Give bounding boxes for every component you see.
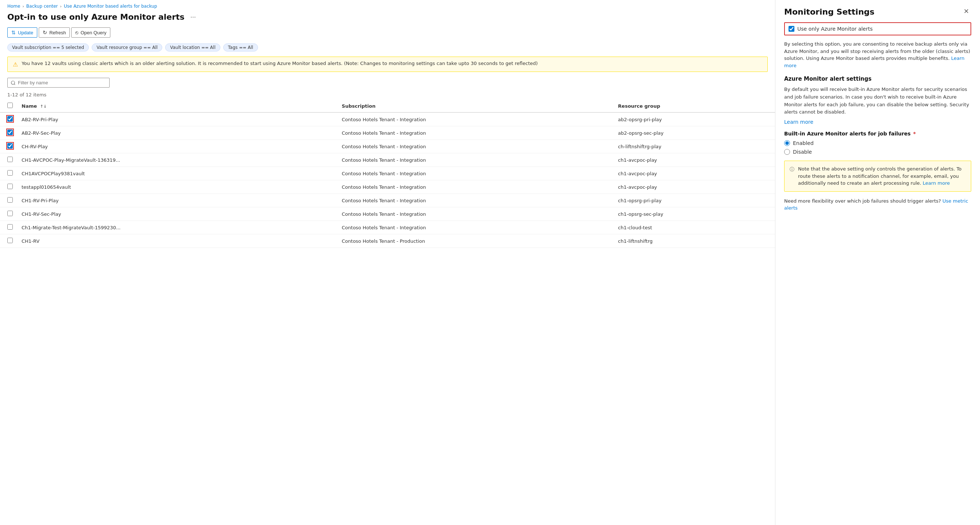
row-checkbox-0[interactable] (7, 116, 13, 122)
info-box-learn-more[interactable]: Learn more (923, 180, 950, 186)
row-name: Ch1-Migrate-Test-MigrateVault-1599230... (17, 221, 337, 235)
breadcrumb-home[interactable]: Home (7, 4, 20, 9)
azure-monitor-section-heading: Azure Monitor alert settings (784, 76, 971, 82)
row-checkbox-cell (0, 167, 17, 180)
table-row: CH1-RVContoso Hotels Tenant - Production… (0, 235, 775, 248)
table-row: testappl010654vaultContoso Hotels Tenant… (0, 180, 775, 194)
flexibility-label: Need more flexibility over which job fai… (784, 198, 941, 204)
breadcrumb-sep-2: › (60, 4, 61, 9)
th-subscription: Subscription (337, 100, 614, 113)
radio-group: Enabled Disable (784, 140, 971, 155)
row-name: CH1AVCPOCPlay9381vault (17, 167, 337, 180)
monitor-description: By default you will receive built-in Azu… (784, 86, 971, 116)
table-row: AB2-RV-Pri-PlayContoso Hotels Tenant - I… (0, 113, 775, 126)
row-resource-group: ch1-opsrg-sec-play (614, 207, 775, 221)
right-panel: Monitoring Settings ✕ Use only Azure Mon… (775, 0, 980, 525)
filter-resource-group[interactable]: Vault resource group == All (92, 43, 162, 51)
radio-enabled-label: Enabled (793, 140, 814, 146)
row-subscription: Contoso Hotels Tenant - Integration (337, 153, 614, 167)
row-checkbox-cell (0, 140, 17, 153)
refresh-icon: ↻ (43, 30, 47, 35)
sort-icon[interactable]: ↑↓ (40, 104, 47, 109)
row-name: CH1-RV-Pri-Play (17, 194, 337, 207)
row-checkbox-cell (0, 235, 17, 248)
update-label: Update (18, 30, 33, 35)
open-query-button[interactable]: ⎋ Open Query (71, 27, 110, 38)
radio-enabled[interactable]: Enabled (784, 140, 971, 146)
refresh-label: Refresh (49, 30, 66, 35)
row-subscription: Contoso Hotels Tenant - Integration (337, 140, 614, 153)
breadcrumb-current[interactable]: Use Azure Monitor based alerts for backu… (64, 4, 157, 9)
filter-subscription[interactable]: Vault subscription == 5 selected (7, 43, 89, 51)
row-subscription: Contoso Hotels Tenant - Integration (337, 180, 614, 194)
update-button[interactable]: ⇅ Update (7, 27, 37, 38)
radio-disable[interactable]: Disable (784, 149, 971, 155)
row-name: CH1-RV (17, 235, 337, 248)
radio-disable-label: Disable (793, 149, 812, 155)
table-header-row: Name ↑↓ Subscription Resource group (0, 100, 775, 113)
open-query-label: Open Query (80, 30, 106, 35)
row-checkbox-cell (0, 221, 17, 235)
row-checkbox-2[interactable] (7, 143, 13, 149)
vaults-table: Name ↑↓ Subscription Resource group AB2-… (0, 100, 775, 248)
row-checkbox-9[interactable] (7, 238, 13, 243)
left-panel: Home › Backup center › Use Azure Monitor… (0, 0, 775, 525)
filters-row: Vault subscription == 5 selected Vault r… (0, 41, 775, 55)
row-checkbox-4[interactable] (7, 170, 13, 176)
table-row: CH1-RV-Pri-PlayContoso Hotels Tenant - I… (0, 194, 775, 207)
close-button[interactable]: ✕ (961, 7, 971, 15)
row-resource-group: ch1-avcpoc-play (614, 153, 775, 167)
th-name: Name ↑↓ (17, 100, 337, 113)
filter-tags[interactable]: Tags == All (223, 43, 258, 51)
panel-description: By selecting this option, you are consen… (784, 41, 971, 69)
required-star: * (913, 131, 916, 136)
row-checkbox-5[interactable] (7, 184, 13, 189)
row-name: CH-RV-Play (17, 140, 337, 153)
radio-disable-input[interactable] (784, 149, 790, 155)
row-checkbox-1[interactable] (7, 130, 13, 135)
azure-monitor-checkbox[interactable] (789, 26, 794, 32)
filter-vault-location[interactable]: Vault location == All (165, 43, 220, 51)
row-resource-group: ab2-opsrg-pri-play (614, 113, 775, 126)
row-checkbox-cell (0, 126, 17, 140)
ellipsis-button[interactable]: ··· (188, 13, 198, 22)
radio-enabled-input[interactable] (784, 140, 790, 146)
row-checkbox-8[interactable] (7, 224, 13, 230)
table-row: AB2-RV-Sec-PlayContoso Hotels Tenant - I… (0, 126, 775, 140)
table-row: CH1-RV-Sec-PlayContoso Hotels Tenant - I… (0, 207, 775, 221)
panel-title: Monitoring Settings (784, 7, 874, 16)
th-resource-group: Resource group (614, 100, 775, 113)
search-row (0, 76, 775, 90)
refresh-button[interactable]: ↻ Refresh (39, 27, 70, 38)
row-checkbox-3[interactable] (7, 157, 13, 162)
row-resource-group: ch-liftnshiftrg-play (614, 140, 775, 153)
row-checkbox-cell (0, 194, 17, 207)
azure-monitor-checkbox-option[interactable]: Use only Azure Monitor alerts (784, 22, 971, 35)
update-icon: ⇅ (11, 30, 16, 35)
table-row: Ch1-Migrate-Test-MigrateVault-1599230...… (0, 221, 775, 235)
table-body: AB2-RV-Pri-PlayContoso Hotels Tenant - I… (0, 113, 775, 248)
select-all-checkbox[interactable] (7, 103, 13, 108)
breadcrumb-backup-center[interactable]: Backup center (26, 4, 58, 9)
search-input[interactable] (7, 78, 110, 87)
row-subscription: Contoso Hotels Tenant - Integration (337, 126, 614, 140)
panel-desc-text: By selecting this option, you are consen… (784, 41, 970, 61)
row-name: AB2-RV-Pri-Play (17, 113, 337, 126)
info-icon: ⓘ (790, 166, 794, 187)
th-checkbox (0, 100, 17, 113)
table-row: CH-RV-PlayContoso Hotels Tenant - Integr… (0, 140, 775, 153)
items-count: 1-12 of 12 items (0, 90, 775, 100)
page-title: Opt-in to use only Azure Monitor alerts (7, 13, 185, 22)
row-checkbox-cell (0, 153, 17, 167)
toolbar: ⇅ Update ↻ Refresh ⎋ Open Query (0, 25, 775, 41)
builtin-alerts-heading: Built-in Azure Monitor alerts for job fa… (784, 131, 971, 136)
row-checkbox-cell (0, 113, 17, 126)
row-subscription: Contoso Hotels Tenant - Integration (337, 167, 614, 180)
warning-icon: ⚠ (13, 61, 18, 68)
monitor-learn-more[interactable]: Learn more (784, 119, 971, 125)
row-checkbox-6[interactable] (7, 197, 13, 203)
row-checkbox-7[interactable] (7, 211, 13, 216)
th-name-label: Name (22, 103, 37, 109)
row-resource-group: ab2-opsrg-sec-play (614, 126, 775, 140)
row-name: CH1-AVCPOC-Play-MigrateVault-136319... (17, 153, 337, 167)
